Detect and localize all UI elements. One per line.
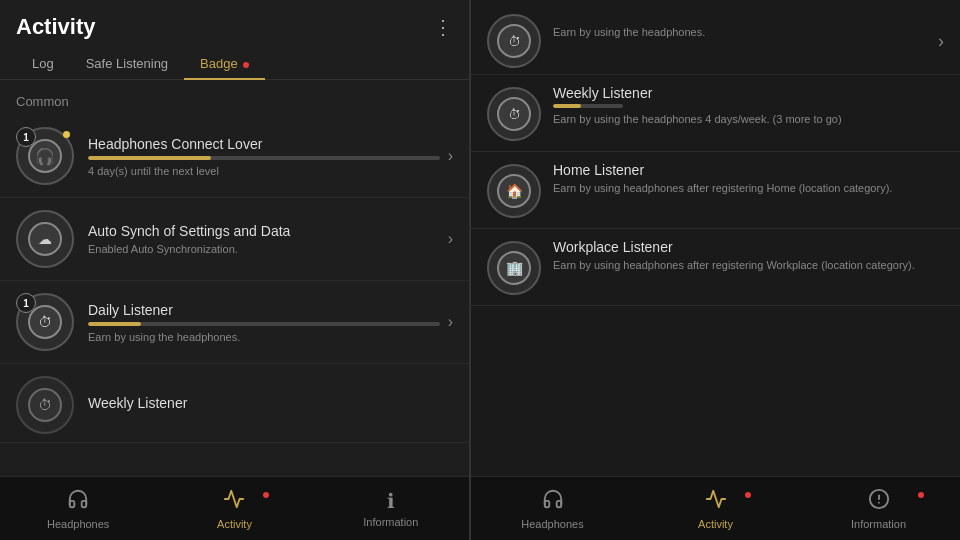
auto-synch-icon: ☁ [28, 222, 62, 256]
nav-information-right[interactable]: Information [797, 488, 960, 530]
nav-information[interactable]: ℹ Information [313, 489, 469, 528]
list-item: ⏱ Earn by using the headphones. › [471, 4, 960, 75]
weekly-icon: ⏱ [497, 97, 531, 131]
bottom-nav-right: Headphones Activity [471, 476, 960, 540]
information-nav-icon: ℹ [387, 489, 395, 513]
nav-information-label-right: Information [851, 518, 906, 530]
progress-bar-fill [88, 156, 211, 160]
badge-info-weekly: Weekly Listener Earn by using the headph… [553, 85, 944, 127]
badge-icon-home: 🏠 [487, 164, 541, 218]
activity-nav-dot-right [745, 492, 751, 498]
badge-desc: Enabled Auto Synchronization. [88, 243, 440, 255]
app-container: Activity ⋮ Log Safe Listening Badge Comm… [0, 0, 960, 540]
badge-info-right-top: Earn by using the headphones. [553, 14, 930, 38]
header: Activity ⋮ [0, 0, 469, 48]
nav-activity-label: Activity [217, 518, 252, 530]
badge-name: Weekly Listener [88, 395, 453, 411]
badge-name: Headphones Connect Lover [88, 136, 440, 152]
progress-bar-fill [88, 322, 141, 326]
progress-bar-bg [88, 156, 440, 160]
progress-bar-bg [88, 322, 440, 326]
badge-desc: Earn by using the headphones 4 days/week… [553, 112, 944, 127]
badge-info-daily-listener: Daily Listener Earn by using the headpho… [88, 302, 440, 343]
tab-safe-listening[interactable]: Safe Listening [70, 48, 184, 79]
badge-icon-headphones-connect: 1 🎧 [16, 127, 74, 185]
notify-dot [63, 131, 70, 138]
badge-name: Daily Listener [88, 302, 440, 318]
tab-badge[interactable]: Badge [184, 48, 265, 79]
badge-desc: Earn by using headphones after registeri… [553, 181, 944, 196]
tab-bar: Log Safe Listening Badge [0, 48, 469, 80]
badge-desc: 4 day(s) until the next level [88, 165, 440, 177]
list-item: 🏠 Home Listener Earn by using headphones… [471, 152, 960, 229]
daily-listener-icon: ⏱ [28, 305, 62, 339]
badge-icon-weekly: ⏱ [487, 87, 541, 141]
home-icon: 🏠 [497, 174, 531, 208]
page-title: Activity [16, 14, 95, 40]
level-badge: 1 [16, 127, 36, 147]
nav-headphones-label-right: Headphones [521, 518, 583, 530]
badge-tab-dot [243, 62, 249, 68]
badge-icon-weekly-listener: ⏱ [16, 376, 74, 434]
headphones-nav-icon-right [542, 488, 564, 515]
list-item[interactable]: 1 🎧 Headphones Connect Lover 4 day(s) un… [0, 115, 469, 198]
nav-headphones-right[interactable]: Headphones [471, 488, 634, 530]
badge-name: Weekly Listener [553, 85, 944, 101]
section-label: Common [0, 80, 469, 115]
chevron-icon: › [448, 230, 453, 248]
badge-icon-daily-listener: 1 ⏱ [16, 293, 74, 351]
headphones-nav-icon [67, 488, 89, 515]
list-item[interactable]: ⏱ Weekly Listener [0, 364, 469, 443]
left-panel: Activity ⋮ Log Safe Listening Badge Comm… [0, 0, 470, 540]
right-top-icon: ⏱ [497, 24, 531, 58]
level-badge: 1 [16, 293, 36, 313]
badge-name: Workplace Listener [553, 239, 944, 255]
nav-activity-right[interactable]: Activity [634, 488, 797, 530]
headphones-connect-icon: 🎧 [28, 139, 62, 173]
badge-info-headphones-connect: Headphones Connect Lover 4 day(s) until … [88, 136, 440, 177]
badge-info-auto-synch: Auto Synch of Settings and Data Enabled … [88, 223, 440, 255]
badge-icon-auto-synch: ☁ [16, 210, 74, 268]
list-item: 🏢 Workplace Listener Earn by using headp… [471, 229, 960, 306]
badge-info-weekly-listener: Weekly Listener [88, 395, 453, 415]
progress-bar-fill [553, 104, 581, 108]
information-nav-icon-right [868, 488, 890, 515]
weekly-listener-icon: ⏱ [28, 388, 62, 422]
activity-nav-icon-right [705, 488, 727, 515]
list-item[interactable]: ☁ Auto Synch of Settings and Data Enable… [0, 198, 469, 281]
nav-activity[interactable]: Activity [156, 488, 312, 530]
nav-information-label: Information [363, 516, 418, 528]
workplace-icon: 🏢 [497, 251, 531, 285]
badge-icon-workplace: 🏢 [487, 241, 541, 295]
menu-icon[interactable]: ⋮ [433, 15, 453, 39]
badge-desc: Earn by using headphones after registeri… [553, 258, 944, 273]
activity-nav-icon [223, 488, 245, 515]
list-item: ⏱ Weekly Listener Earn by using the head… [471, 75, 960, 152]
chevron-icon: › [938, 31, 944, 52]
badge-list-left: 1 🎧 Headphones Connect Lover 4 day(s) un… [0, 115, 469, 476]
badge-desc-right-top: Earn by using the headphones. [553, 26, 930, 38]
right-panel: ⏱ Earn by using the headphones. › ⏱ Week… [471, 0, 960, 540]
chevron-icon: › [448, 147, 453, 165]
right-badge-list: ⏱ Earn by using the headphones. › ⏱ Week… [471, 0, 960, 476]
list-item[interactable]: 1 ⏱ Daily Listener Earn by using the hea… [0, 281, 469, 364]
progress-bar-bg [553, 104, 623, 108]
tab-log[interactable]: Log [16, 48, 70, 79]
badge-name: Home Listener [553, 162, 944, 178]
badge-info-home: Home Listener Earn by using headphones a… [553, 162, 944, 196]
bottom-nav-left: Headphones Activity ℹ Information [0, 476, 469, 540]
badge-icon-right-top: ⏱ [487, 14, 541, 68]
nav-activity-label-right: Activity [698, 518, 733, 530]
chevron-icon: › [448, 313, 453, 331]
activity-nav-dot [263, 492, 269, 498]
badge-info-workplace: Workplace Listener Earn by using headpho… [553, 239, 944, 273]
badge-name: Auto Synch of Settings and Data [88, 223, 440, 239]
badge-desc: Earn by using the headphones. [88, 331, 440, 343]
nav-headphones-label: Headphones [47, 518, 109, 530]
info-nav-dot [918, 492, 924, 498]
nav-headphones[interactable]: Headphones [0, 488, 156, 530]
